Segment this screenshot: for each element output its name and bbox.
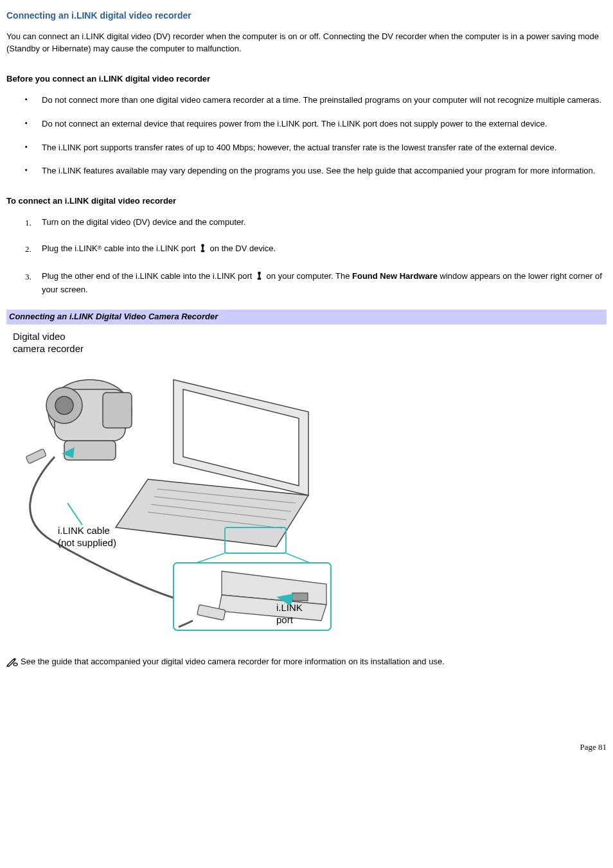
before-list: Do not connect more than one digital vid… xyxy=(6,94,607,177)
list-item: Turn on the digital video (DV) device an… xyxy=(42,217,607,229)
step-text: Plug the i.LINK xyxy=(42,244,98,253)
svg-point-9 xyxy=(55,396,73,414)
svg-marker-14 xyxy=(116,479,308,547)
list-item: Do not connect an external device that r… xyxy=(42,118,607,130)
steps-list: Turn on the digital video (DV) device an… xyxy=(6,217,607,296)
step-text: cable into the i.LINK port xyxy=(102,244,198,253)
list-item: The i.LINK port supports transfer rates … xyxy=(42,142,607,154)
svg-marker-13 xyxy=(183,389,299,486)
found-new-hardware-label: Found New Hardware xyxy=(352,271,438,281)
connection-diagram: Digital video camera recorder i.LINK cab… xyxy=(6,328,341,637)
before-heading: Before you connect an i.LINK digital vid… xyxy=(6,73,607,85)
ilink-port-icon xyxy=(256,271,263,284)
step-text: on your computer. The xyxy=(264,271,352,281)
list-item: Plug the other end of the i.LINK cable i… xyxy=(42,270,607,296)
list-item: Plug the i.LINK® cable into the i.LINK p… xyxy=(42,243,607,256)
svg-rect-1 xyxy=(202,246,203,250)
figure-label-cable: i.LINK cable (not supplied) xyxy=(58,525,116,549)
intro-paragraph: You can connect an i.LINK digital video … xyxy=(6,31,607,55)
figure-label-text: i.LINK cable xyxy=(58,525,110,536)
figure-label-camera: Digital video camera recorder xyxy=(13,331,84,355)
svg-rect-28 xyxy=(292,593,308,601)
step-text: Plug the other end of the i.LINK cable i… xyxy=(42,271,254,281)
svg-rect-10 xyxy=(103,393,132,428)
figure-label-text: (not supplied) xyxy=(58,537,116,548)
list-item: Do not connect more than one digital vid… xyxy=(42,94,607,107)
note-pencil-icon xyxy=(6,657,18,671)
svg-rect-5 xyxy=(258,278,261,279)
connect-heading: To connect an i.LINK digital video recor… xyxy=(6,195,607,208)
svg-line-21 xyxy=(67,503,82,525)
figure-label-text: port xyxy=(276,614,293,625)
ilink-port-icon xyxy=(199,244,206,256)
svg-point-31 xyxy=(13,663,17,666)
figure-caption: Connecting an i.LINK Digital Video Camer… xyxy=(6,310,607,324)
diagram-svg xyxy=(6,328,341,637)
svg-rect-4 xyxy=(258,274,260,278)
note-row: See the guide that accompanied your digi… xyxy=(6,656,607,671)
list-item: The i.LINK features available may vary d… xyxy=(42,165,607,177)
page-title: Connecting an i.LINK digital video recor… xyxy=(6,9,607,22)
page-number: Page 81 xyxy=(6,741,607,754)
figure-label-text: i.LINK xyxy=(276,602,303,613)
step-text: on the DV device. xyxy=(208,244,276,253)
svg-rect-2 xyxy=(201,250,204,252)
note-text: See the guide that accompanied your digi… xyxy=(21,657,445,666)
svg-rect-19 xyxy=(26,449,46,465)
figure-label-port: i.LINK port xyxy=(276,602,303,626)
